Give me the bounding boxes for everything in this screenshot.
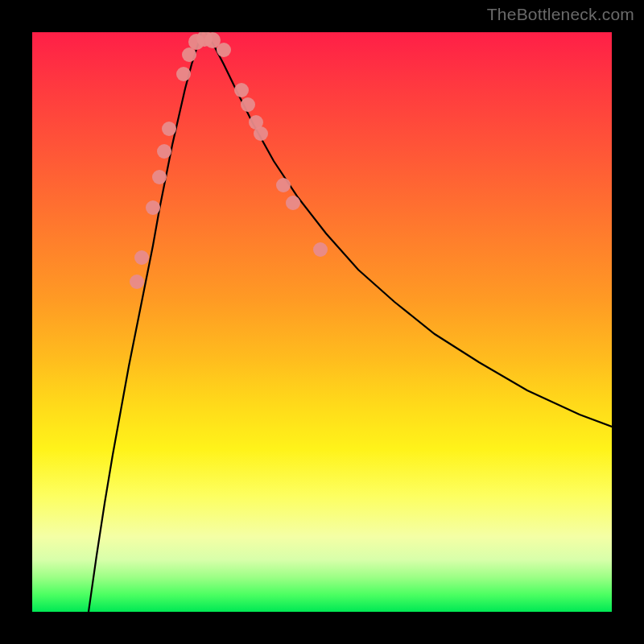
data-marker — [134, 250, 149, 265]
data-marker — [182, 47, 196, 62]
chart-frame: TheBottleneck.com — [0, 0, 644, 644]
data-marker — [157, 144, 171, 159]
data-marker — [217, 43, 231, 57]
data-marker — [130, 275, 144, 289]
data-marker — [234, 83, 249, 97]
watermark-text: TheBottleneck.com — [487, 5, 634, 24]
bottleneck-curve-layer — [32, 32, 612, 612]
data-marker — [152, 170, 167, 184]
data-marker — [254, 126, 268, 141]
data-marker — [276, 178, 291, 192]
data-marker — [286, 196, 300, 210]
data-marker — [176, 67, 191, 81]
curve-right — [205, 32, 612, 427]
curve-left — [89, 32, 201, 612]
data-marker — [241, 97, 255, 112]
data-marker — [313, 242, 328, 257]
data-markers-group — [130, 32, 328, 289]
plot-area — [32, 32, 612, 612]
data-marker — [162, 122, 176, 136]
data-marker — [146, 200, 160, 215]
